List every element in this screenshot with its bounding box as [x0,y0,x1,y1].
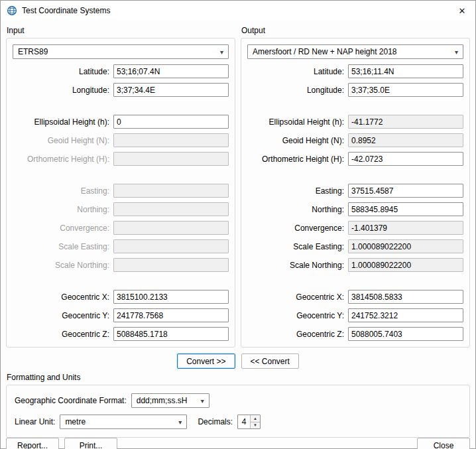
geocentric-x-label: Geocentric X: [13,292,113,302]
input-ellipsoidal-row: Ellipsoidal Height (h): [13,115,229,129]
input-geocentric-z-field[interactable] [113,327,229,341]
formatting-panel: Formatting and Units Geographic Coordina… [6,370,470,438]
input-northing-row: Northing: [13,202,229,216]
input-longitude-field[interactable] [113,83,229,97]
test-coordinate-systems-dialog: Test Coordinate Systems ✕ Input ETRS89 ▾… [0,0,476,449]
linear-unit-select[interactable]: metre ▾ [60,415,187,429]
output-scale-easting-field [348,239,463,253]
titlebar: Test Coordinate Systems ✕ [1,1,475,21]
output-ellipsoidal-row: Ellipsoidal Height (h): [247,115,463,129]
chevron-down-icon: ▾ [178,418,182,426]
spacer [13,170,229,184]
chevron-down-icon: ▾ [220,48,223,56]
output-scale-northing-field [348,258,463,272]
formatting-groupbox: Geographic Coordinate Format: ddd;mm;ss.… [6,385,470,438]
output-group-label: Output [241,26,470,35]
input-geocentric-x-row: Geocentric X: [13,290,229,304]
scale-easting-label: Scale Easting: [247,242,348,251]
output-orthometric-height-field[interactable] [348,152,463,166]
output-longitude-row: Longitude: [247,83,463,97]
input-crs-select[interactable]: ETRS89 ▾ [13,44,229,59]
input-scale-northing-field [113,258,229,272]
output-latitude-field[interactable] [348,64,463,78]
bottom-button-row: Report... Print... Close [6,438,470,449]
input-ellipsoidal-height-field[interactable] [113,115,229,129]
globe-icon [7,5,17,16]
decimals-label: Decimals: [198,417,237,426]
input-groupbox: ETRS89 ▾ Latitude: Longitude: Ellipsoida… [6,38,235,348]
geoid-height-label: Geoid Height (N): [247,136,348,145]
report-button[interactable]: Report... [6,438,59,449]
input-crs-value: ETRS89 [18,47,48,56]
input-convergence-row: Convergence: [13,221,229,235]
spacer [247,101,463,115]
spacer [247,170,463,184]
output-groupbox: Amersfoort / RD New + NAP height 2018 ▾ … [241,38,470,348]
decimals-stepper[interactable]: 4 ▲ ▼ [237,415,261,429]
scale-northing-label: Scale Northing: [13,261,113,270]
output-longitude-field[interactable] [348,83,463,97]
linear-unit-label: Linear Unit: [15,417,60,426]
output-crs-select[interactable]: Amersfoort / RD New + NAP height 2018 ▾ [247,44,463,59]
geographic-format-value: ddd;mm;ss.sH [137,396,188,405]
output-ellipsoidal-height-field [348,115,463,129]
output-convergence-row: Convergence: [247,221,463,235]
dialog-body: Input ETRS89 ▾ Latitude: Longitude: [1,21,475,449]
linear-unit-value: metre [65,417,86,426]
output-northing-row: Northing: [247,202,463,216]
output-geocentric-y-field[interactable] [348,308,463,322]
output-geoid-height-field [348,133,463,147]
input-geocentric-y-row: Geocentric Y: [13,308,229,322]
geocentric-y-label: Geocentric Y: [247,311,348,320]
decimals-value: 4 [238,415,250,428]
longitude-label: Longitude: [247,86,348,95]
output-scale-easting-row: Scale Easting: [247,239,463,253]
convergence-label: Convergence: [247,224,348,233]
linear-unit-row: Linear Unit: metre ▾ Decimals: 4 ▲ ▼ [15,415,461,429]
latitude-label: Latitude: [247,67,348,76]
convert-forward-button[interactable]: Convert >> [177,353,235,369]
chevron-down-icon: ▾ [455,48,458,56]
orthometric-height-label: Orthometric Height (H): [13,155,113,164]
longitude-label: Longitude: [13,86,113,95]
output-geocentric-x-field[interactable] [348,290,463,304]
convert-backward-button[interactable]: << Convert [241,353,299,369]
geocentric-y-label: Geocentric Y: [13,311,113,320]
input-panel: Input ETRS89 ▾ Latitude: Longitude: [6,23,235,348]
print-button[interactable]: Print... [64,438,117,449]
spin-down-icon[interactable]: ▼ [251,422,260,429]
input-longitude-row: Longitude: [13,83,229,97]
orthometric-height-label: Orthometric Height (H): [247,155,348,164]
input-geocentric-x-field[interactable] [113,290,229,304]
input-geocentric-y-field[interactable] [113,308,229,322]
spacer [247,277,463,290]
spin-up-icon[interactable]: ▲ [251,415,260,422]
input-latitude-field[interactable] [113,64,229,78]
latitude-label: Latitude: [13,67,113,76]
easting-label: Easting: [247,186,348,196]
close-icon[interactable]: ✕ [449,1,475,21]
output-latitude-row: Latitude: [247,64,463,78]
input-orthometric-row: Orthometric Height (H): [13,152,229,166]
formatting-group-label: Formatting and Units [7,373,470,382]
output-convergence-field [348,221,463,235]
output-northing-field[interactable] [348,202,463,216]
output-easting-row: Easting: [247,184,463,198]
input-scale-easting-row: Scale Easting: [13,239,229,253]
window-title: Test Coordinate Systems [22,6,449,15]
output-geocentric-z-field[interactable] [348,327,463,341]
scale-northing-label: Scale Northing: [247,261,348,270]
input-latitude-row: Latitude: [13,64,229,78]
input-geocentric-z-row: Geocentric Z: [13,327,229,341]
output-crs-value: Amersfoort / RD New + NAP height 2018 [253,47,397,56]
input-northing-field [113,202,229,216]
input-convergence-field [113,221,229,235]
geographic-format-select[interactable]: ddd;mm;ss.sH ▾ [131,393,209,408]
output-geocentric-y-row: Geocentric Y: [247,308,463,322]
output-easting-field[interactable] [348,184,463,198]
geocentric-z-label: Geocentric Z: [13,330,113,339]
output-geoid-row: Geoid Height (N): [247,133,463,147]
chevron-down-icon: ▾ [201,397,204,405]
close-button[interactable]: Close [417,438,470,449]
northing-label: Northing: [247,205,348,214]
